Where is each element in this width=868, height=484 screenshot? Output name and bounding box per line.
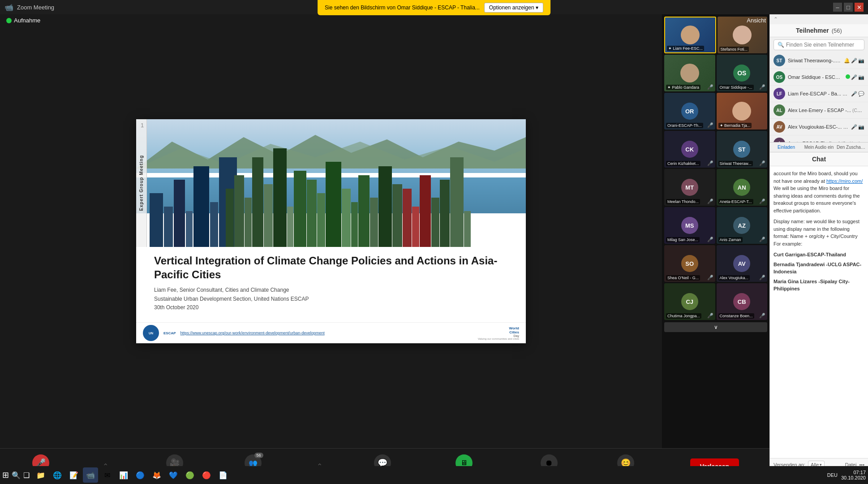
video-thumb-alexv: AV Alex Vougiuka... 🎤 [717,245,768,282]
recording-badge: Aufnahme [6,17,40,24]
taskbar-time: 07:17 [841,470,866,475]
video-thumb-liam: ✦ Liam Fee-ESC... [664,17,716,53]
taskbar-app-mail[interactable]: ✉ [99,467,115,483]
thumb-orani-name: Orani-ESCAP-Th... [666,123,703,128]
taskbar-app-misc2[interactable]: 🔴 [199,467,214,483]
thumb-pablo-name: ✦ Pablo Gandara [666,85,700,90]
participant-item-aneta[interactable]: A Aneta-ESCAP-Thailand (Co-Host) [770,135,868,142]
p-icon-vid-st: 📷 [858,58,864,64]
taskbar-app-misc1[interactable]: 🟢 [182,467,198,483]
thumb-cerin-mic: 🎤 [707,160,713,166]
p-icon-bell: 🔔 [844,58,850,64]
thumb-milag-name: Milag San Jose... [666,237,700,242]
window-controls[interactable]: – □ ✕ [833,3,864,12]
chat-header: Chat [770,152,868,166]
alexv-avatar: AV [733,255,750,272]
scroll-down-button[interactable]: ∨ [664,322,767,332]
participants-header: Teilnehmer (56) [770,24,868,37]
anis-avatar: AZ [733,217,750,234]
video-thumb-meelan: MT Meelan Thondo... 🎤 [664,169,715,206]
video-row-3: OR Orani-ESCAP-Th... 🎤 ✦ Bernadia Tja... [664,93,767,130]
slide-url[interactable]: https://www.unescap.org/our-work/environ… [180,331,325,335]
constanze-avatar: CB [733,293,750,310]
chat-message-1: account for the Miro board, should you n… [773,170,864,214]
thumb-siriwat-name: Siriwat Theeraw... [718,161,753,166]
tab-zuschauer[interactable]: Den Zuschauern gestatten, di [835,143,868,152]
taskbar-app-pdf[interactable]: 📄 [215,467,231,483]
video-thumb-anis: AZ Anis Zaman 🎤 [717,207,768,244]
taskbar-date: 30.10.2020 [841,475,866,480]
tab-einladen[interactable]: Einladen [770,143,803,152]
taskbar-app-firefox[interactable]: 🦊 [149,467,164,483]
ansicht-button[interactable]: Ansicht [747,17,766,24]
search-icon: 🔍 [778,42,784,48]
p-name-av: Alex Vougioukas-ESC-... (Co-Host) [788,124,848,130]
task-view-icon[interactable]: ❑ [23,471,30,480]
thumb-alexv-name: Alex Vougiuka... [718,275,750,281]
taskbar-app-word[interactable]: 📝 [66,467,82,483]
taskbar: ⊞ 🔍 ❑ 📁 🌐 📝 📹 ✉ 📊 🔵 🦊 💙 🟢 🔴 📄 DEU 07:17 … [0,466,868,484]
video-row-2: ✦ Pablo Gandara 🎤 OS Omar Siddique -... … [664,55,767,91]
cerin-avatar: CK [681,141,698,158]
video-thumb-milag: MS Milag San Jose... 🎤 [664,207,715,244]
thumb-milag-mic: 🎤 [707,237,713,242]
participant-item-av[interactable]: AV Alex Vougioukas-ESC-... (Co-Host) 🎤 📷 [770,119,868,135]
taskbar-lang: DEU [827,472,838,478]
chat-link-miro[interactable]: https://miro.com/ [826,178,863,184]
taskbar-app-explorer[interactable]: 📁 [33,467,48,483]
video-thumb-pablo: ✦ Pablo Gandara 🎤 [664,55,715,91]
taskbar-app-browser[interactable]: 🔵 [133,467,148,483]
windows-icon[interactable]: ⊞ [2,470,9,480]
video-thumb-constanze: CB Constanze Boen... 🎤 [717,283,768,320]
minimize-button[interactable]: – [833,3,842,12]
taskbar-app-skype[interactable]: 💙 [166,467,181,483]
video-row-4: CK Cerin Kizhakket... 🎤 ST Siriwat Theer… [664,131,767,168]
p-icon-mic-st: 🎤 [851,58,857,64]
participant-item-os[interactable]: OS Omar Siddique - ESCAP - T... 🎤 📷 [770,69,868,86]
close-button[interactable]: ✕ [855,3,864,12]
thumb-meelan-mic: 🎤 [707,199,713,204]
tab-audio[interactable]: Mein Audio ein [803,143,835,152]
chat-message-4: Bernadia Tjandradewi -UCLG ASPAC-Indones… [773,261,864,276]
taskbar-app-edge[interactable]: 🌐 [50,467,65,483]
participant-item-al[interactable]: AL Alex Lee-Emery - ESCAP -... (Co-Host) [770,102,868,119]
slide-text-section: Vertical Integration of Climate Change P… [136,247,526,314]
video-row-7: SO Shea O'Neil - G... 🎤 AV Alex Vougiuka… [664,245,767,282]
p-icons-st: 🔔 🎤 📷 [844,58,864,64]
taskbar-start[interactable]: ⊞ 🔍 ❑ [2,470,30,480]
participant-item-st[interactable]: ST Siriwat Theerawong-... (Host) 🔔 🎤 📷 [770,52,868,69]
slide-image: Expert Group Meeting [136,119,526,247]
slide-main-title: Vertical Integration of Climate Change P… [154,254,517,281]
p-avatar-st: ST [773,55,785,66]
p-info-lf: Liam Fee-ESCAP - Ba... (Co-Host) [788,91,848,96]
search-input[interactable] [786,42,860,48]
taskbar-app-zoom[interactable]: 📹 [83,467,98,483]
video-row-5: MT Meelan Thondo... 🎤 AN Aneta-ESCAP-T..… [664,169,767,206]
participant-item-lf[interactable]: LF Liam Fee-ESCAP - Ba... (Co-Host) 🎤 💬 [770,86,868,102]
video-panel: ✦ Liam Fee-ESC... Stefanos Foti... ✦ Pab… [662,14,769,448]
thumb-pablo-mic: 🎤 [707,84,713,90]
p-avatar-aneta: A [773,138,785,142]
meelan-avatar: MT [681,179,698,196]
taskbar-app-excel[interactable]: 📊 [116,467,131,483]
p-info-st: Siriwat Theerawong-... (Host) [788,58,841,63]
options-button[interactable]: Optionen anzeigen ▾ [484,3,543,13]
p-info-av: Alex Vougioukas-ESC-... (Co-Host) [788,124,848,130]
p-icons-lf: 🎤 💬 [851,91,864,97]
thumb-constanze-mic: 🎤 [759,313,765,319]
aneta-avatar: AN [733,179,750,196]
thumb-anis-mic: 🎤 [759,237,765,242]
milag-avatar: MS [681,217,698,234]
orani-avatar: OR [681,103,698,120]
search-taskbar-icon[interactable]: 🔍 [12,471,21,480]
p-icons-av: 🎤 📷 [851,124,864,130]
omar-avatar: OS [733,65,750,82]
p-icon-chat-lf: 💬 [858,91,864,97]
p-avatar-lf: LF [773,88,785,99]
p-avatar-os: OS [773,71,785,83]
p-green-dot-os [846,74,850,79]
maximize-button[interactable]: □ [844,3,853,12]
collapse-button[interactable]: ⌃ [770,14,868,24]
expert-group-label: Expert Group Meeting [136,119,147,247]
thumb-orani-mic: 🎤 [707,122,713,128]
